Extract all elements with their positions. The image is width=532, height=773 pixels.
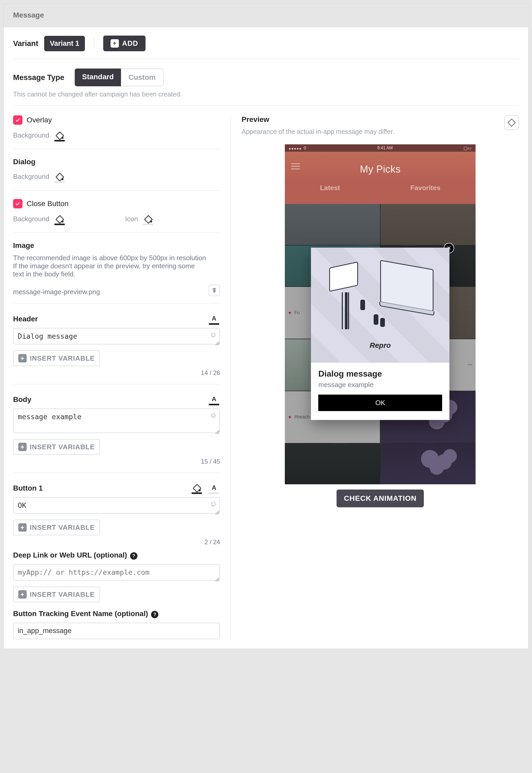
header-textarea[interactable] — [13, 328, 220, 344]
phone-preview: ⚲ 9:41 AM ▢▭ My Picks Latest Favorites — [285, 144, 476, 484]
rotate-preview-button[interactable] — [504, 115, 519, 130]
text-color-icon — [210, 396, 218, 403]
variant-divider — [94, 38, 94, 49]
overlay-bg-label: Background — [13, 131, 49, 139]
button1-count: 2 / 24 — [13, 538, 220, 546]
help-icon[interactable]: ? — [130, 552, 137, 559]
preview-dialog: ✕ — [311, 248, 449, 420]
overlay-label: Overlay — [27, 116, 52, 124]
help-icon[interactable]: ? — [151, 611, 158, 618]
button1-title: Button 1 — [13, 484, 43, 492]
signal-dots-icon: ⚲ — [289, 146, 306, 150]
divider — [13, 59, 519, 59]
header-count: 14 / 26 — [13, 369, 220, 377]
message-type-custom[interactable]: Custom — [121, 68, 163, 86]
tracking-section: Button Tracking Event Name (optional) ? — [13, 610, 220, 639]
repro-logo: Repro — [370, 341, 391, 350]
emoji-icon[interactable]: ☺ — [210, 331, 217, 339]
status-time: 9:41 AM — [377, 146, 393, 150]
overlay-bg-color[interactable] — [54, 129, 66, 141]
variant-label: Variant — [13, 39, 38, 48]
dialog-bg-color[interactable] — [54, 170, 66, 183]
button1-text-color[interactable] — [208, 481, 220, 494]
settings-column: Overlay Background Dialog Background — [13, 115, 230, 639]
image-section: Image The recommended image is above 600… — [13, 241, 220, 296]
body-count: 15 / 45 — [13, 458, 220, 465]
image-filename: message-image-preview.png — [13, 288, 100, 296]
image-help-3: text in the body field. — [13, 270, 220, 278]
header-field-section: Header ☺ +INSERT VARIABLE 14 / 26 — [13, 312, 220, 377]
header-insert-variable-button[interactable]: +INSERT VARIABLE — [13, 350, 100, 366]
resize-handle-icon[interactable] — [215, 510, 219, 514]
tracking-title: Button Tracking Event Name (optional) — [13, 610, 148, 618]
button1-insert-variable-button[interactable]: +INSERT VARIABLE — [13, 519, 100, 535]
trash-icon — [211, 287, 217, 293]
fill-bucket-icon — [56, 216, 63, 223]
close-bg-color[interactable] — [54, 213, 66, 225]
dialog-image: Repro — [311, 248, 449, 363]
dialog-title: Dialog — [13, 158, 220, 166]
resize-handle-icon[interactable] — [215, 430, 219, 434]
close-button-row: Close Button — [13, 199, 220, 209]
delete-image-button[interactable] — [209, 285, 220, 296]
divider — [13, 105, 519, 106]
overlay-bg-row: Background — [13, 129, 220, 141]
plus-icon: + — [18, 523, 27, 532]
fill-bucket-icon — [193, 484, 201, 491]
resize-handle-icon[interactable] — [215, 577, 219, 581]
menu-icon — [291, 163, 300, 169]
dialog-bg-row: Background — [13, 170, 220, 183]
dialog-body-text: message example — [318, 381, 442, 389]
dialog-section: Dialog Background — [13, 158, 220, 183]
divider — [13, 149, 220, 149]
deeplink-textarea[interactable] — [13, 564, 220, 581]
deeplink-title: Deep Link or Web URL (optional) — [13, 551, 127, 559]
overlay-checkbox[interactable] — [13, 115, 22, 125]
app-tab-favorites: Favorites — [410, 184, 441, 192]
preview-title: Preview — [241, 115, 394, 124]
deeplink-section: Deep Link or Web URL (optional) ? +INSER… — [13, 551, 220, 602]
body-text-color[interactable] — [208, 393, 220, 405]
dialog-ok-button: OK — [318, 395, 442, 411]
variant-row: Variant Variant 1 + ADD — [13, 36, 519, 51]
message-type-note: This cannot be changed after campaign ha… — [13, 90, 519, 98]
tracking-input[interactable] — [13, 623, 220, 639]
text-color-icon — [210, 315, 218, 322]
emoji-icon[interactable]: ☺ — [210, 411, 217, 419]
preview-column: Preview Appearance of the actual in-app … — [231, 115, 519, 639]
app-tab-latest: Latest — [320, 184, 340, 192]
body-insert-variable-button[interactable]: +INSERT VARIABLE — [13, 439, 100, 455]
text-color-icon — [210, 484, 218, 491]
image-help-2: If the image doesn't appear in the previ… — [13, 262, 220, 270]
variant-pill[interactable]: Variant 1 — [44, 36, 85, 51]
check-icon — [15, 117, 21, 123]
battery-icon: ▢▭ — [464, 146, 471, 150]
svg-rect-0 — [508, 119, 515, 126]
emoji-icon[interactable]: ☺ — [210, 500, 217, 508]
close-button-checkbox[interactable] — [13, 199, 22, 209]
button1-fill-color[interactable] — [191, 481, 203, 494]
check-animation-button[interactable]: CHECK ANIMATION — [337, 489, 424, 507]
split-container: Overlay Background Dialog Background — [13, 115, 519, 639]
preview-note: Appearance of the actual in-app message … — [241, 128, 394, 135]
sample-illustration: Repro — [325, 259, 436, 351]
panel-title: Message — [4, 4, 528, 27]
image-help-1: The recommended image is above 600px by … — [13, 254, 220, 262]
header-field-title: Header — [13, 315, 38, 323]
header-text-color[interactable] — [208, 312, 220, 325]
app-feed: ★Fu ★#beachskate••• ★#beach••• — [285, 204, 476, 484]
button1-textarea[interactable] — [13, 497, 220, 513]
divider — [13, 233, 220, 233]
deeplink-insert-variable-button[interactable]: +INSERT VARIABLE — [13, 587, 100, 602]
close-icon-color[interactable] — [142, 213, 154, 225]
dialog-title-text: Dialog message — [318, 369, 442, 379]
add-variant-button[interactable]: + ADD — [103, 36, 146, 51]
message-type-standard[interactable]: Standard — [75, 68, 121, 86]
resize-handle-icon[interactable] — [215, 341, 219, 345]
image-title: Image — [13, 241, 220, 250]
check-icon — [15, 201, 21, 207]
body-textarea[interactable] — [13, 408, 220, 433]
app-header: My Picks Latest Favorites — [285, 152, 476, 204]
message-type-row: Message Type Standard Custom — [13, 68, 519, 86]
plus-icon: + — [111, 39, 119, 48]
